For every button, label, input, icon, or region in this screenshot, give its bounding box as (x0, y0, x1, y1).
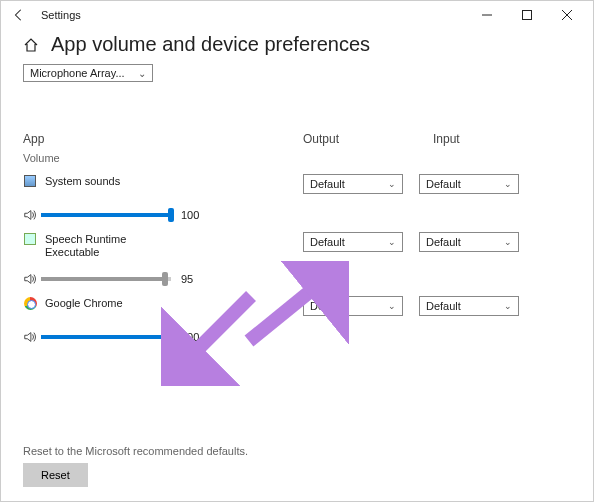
app-name-line2: Executable (45, 246, 303, 258)
back-button[interactable] (7, 3, 31, 27)
app-block-google-chrome: Google Chrome Default⌄ Default⌄ (23, 296, 571, 316)
chevron-down-icon: ⌄ (504, 237, 512, 247)
system-sounds-icon (23, 174, 37, 188)
reset-description: Reset to the Microsoft recommended defau… (23, 445, 571, 457)
slider-value: 95 (181, 273, 193, 285)
volume-subheader: Volume (23, 152, 571, 164)
chrome-icon (23, 296, 37, 310)
col-header-input: Input (433, 132, 563, 146)
page-header: App volume and device preferences (1, 29, 593, 64)
app-block-system-sounds: System sounds Default⌄ Default⌄ (23, 174, 571, 194)
chevron-down-icon: ⌄ (388, 301, 396, 311)
page-title: App volume and device preferences (51, 33, 370, 56)
speech-runtime-icon (23, 232, 37, 246)
output-select[interactable]: Default⌄ (303, 174, 403, 194)
content-area: App Output Input Volume System sounds De… (1, 82, 593, 362)
speaker-icon (23, 272, 37, 286)
window-title: Settings (41, 9, 81, 21)
reset-button[interactable]: Reset (23, 463, 88, 487)
chevron-down-icon: ⌄ (388, 237, 396, 247)
chevron-down-icon: ⌄ (504, 179, 512, 189)
slider-track[interactable] (41, 213, 171, 217)
column-headers: App Output Input (23, 132, 571, 146)
volume-slider-google-chrome[interactable]: 100 (23, 330, 303, 344)
speaker-icon (23, 330, 37, 344)
minimize-button[interactable] (467, 1, 507, 29)
reset-section: Reset to the Microsoft recommended defau… (23, 445, 571, 487)
slider-track[interactable] (41, 335, 171, 339)
slider-value: 100 (181, 209, 199, 221)
output-select[interactable]: Default⌄ (303, 296, 403, 316)
window-controls (467, 1, 587, 29)
maximize-button[interactable] (507, 1, 547, 29)
slider-value: 100 (181, 331, 199, 343)
close-button[interactable] (547, 1, 587, 29)
chevron-down-icon: ⌄ (504, 301, 512, 311)
settings-window: Settings App volume and device preferenc… (0, 0, 594, 502)
app-block-speech-runtime: Speech Runtime Executable Default⌄ Defau… (23, 232, 571, 258)
speaker-icon (23, 208, 37, 222)
svg-rect-1 (523, 11, 532, 20)
volume-slider-system-sounds[interactable]: 100 (23, 208, 303, 222)
input-select[interactable]: Default⌄ (419, 296, 519, 316)
chevron-down-icon: ⌄ (388, 179, 396, 189)
app-name: System sounds (45, 175, 120, 187)
output-select[interactable]: Default⌄ (303, 232, 403, 252)
input-select[interactable]: Default⌄ (419, 174, 519, 194)
app-name: Google Chrome (45, 297, 123, 309)
microphone-dropdown-label: Microphone Array... (30, 67, 125, 79)
titlebar: Settings (1, 1, 593, 29)
col-header-output: Output (303, 132, 433, 146)
chevron-down-icon: ⌄ (138, 68, 146, 79)
volume-slider-speech-runtime[interactable]: 95 (23, 272, 303, 286)
app-name: Speech Runtime (45, 233, 126, 245)
slider-track[interactable] (41, 277, 171, 281)
home-icon[interactable] (23, 37, 39, 53)
microphone-dropdown[interactable]: Microphone Array... ⌄ (23, 64, 153, 82)
input-select[interactable]: Default⌄ (419, 232, 519, 252)
col-header-app: App (23, 132, 303, 146)
